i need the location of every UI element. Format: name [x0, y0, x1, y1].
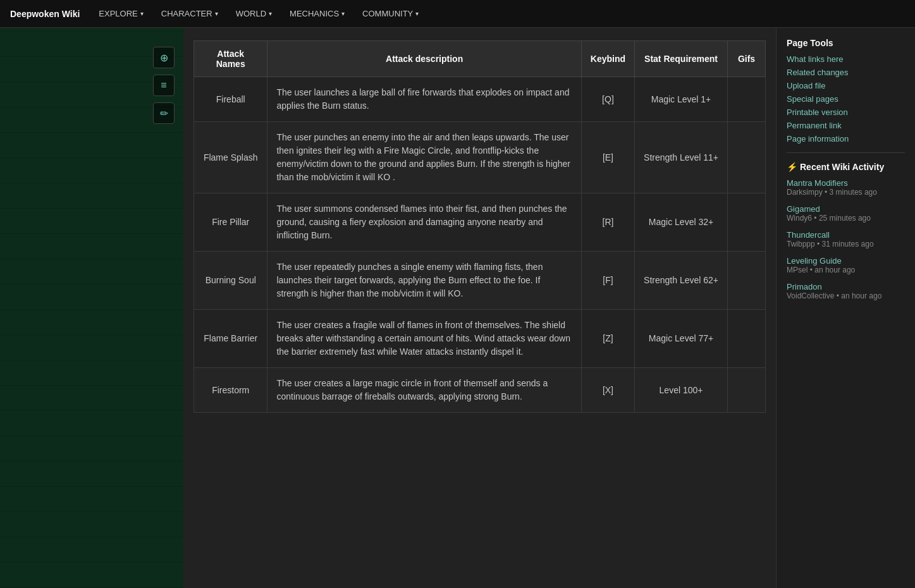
gifs-cell — [727, 77, 765, 122]
attack-name-cell: Firestorm — [194, 368, 267, 413]
page-tools-title: Page Tools — [787, 38, 905, 48]
top-navigation: Deepwoken Wiki EXPLORE ▾ CHARACTER ▾ WOR… — [0, 0, 915, 28]
activity-item: PrimadonVoidCollective • an hour ago — [787, 282, 905, 300]
col-gifs: Gifs — [727, 41, 765, 77]
nav-item-world[interactable]: WORLD ▾ — [230, 0, 278, 28]
activity-link[interactable]: Thundercall — [787, 230, 905, 240]
left-icon-group: ⊕ ≡ ✏ — [153, 47, 175, 124]
keybind-cell: [F] — [581, 252, 634, 310]
table-row: FireballThe user launches a large ball o… — [194, 77, 766, 122]
activity-meta: Windy6 • 25 minutes ago — [787, 214, 905, 223]
right-sidebar: Page Tools What links here Related chang… — [776, 28, 915, 588]
sidebar-link-related-changes[interactable]: Related changes — [787, 68, 905, 77]
sidebar-link-special-pages[interactable]: Special pages — [787, 94, 905, 104]
main-content: Attack Names Attack description Keybind … — [183, 28, 776, 588]
attack-name-cell: Fireball — [194, 77, 267, 122]
gifs-cell — [727, 368, 765, 413]
activity-link[interactable]: Gigamed — [787, 204, 905, 214]
nav-item-character[interactable]: CHARACTER ▾ — [155, 0, 224, 28]
gifs-cell — [727, 193, 765, 252]
table-row: Flame BarrierThe user creates a fragile … — [194, 310, 766, 368]
activity-item: Mantra ModifiersDarksimpy • 3 minutes ag… — [787, 178, 905, 197]
col-stat-requirement: Stat Requirement — [635, 41, 728, 77]
menu-icon[interactable]: ≡ — [153, 75, 175, 96]
nav-item-explore[interactable]: EXPLORE ▾ — [92, 0, 149, 28]
recent-activity-title: ⚡ Recent Wiki Activity — [787, 162, 905, 172]
table-row: Fire PillarThe user summons condensed fl… — [194, 193, 766, 252]
left-panel: ⊕ ≡ ✏ — [0, 28, 183, 588]
chevron-down-icon: ▾ — [215, 10, 218, 17]
nav-item-mechanics[interactable]: MECHANICS ▾ — [283, 0, 351, 28]
stat-requirement-cell: Strength Level 62+ — [635, 252, 728, 310]
sidebar-link-page-information[interactable]: Page information — [787, 134, 905, 144]
activity-item: GigamedWindy6 • 25 minutes ago — [787, 204, 905, 223]
attack-name-cell: Flame Barrier — [194, 310, 267, 368]
stat-requirement-cell: Magic Level 77+ — [635, 310, 728, 368]
keybind-cell: [E] — [581, 122, 634, 193]
gifs-cell — [727, 310, 765, 368]
keybind-cell: [R] — [581, 193, 634, 252]
stat-requirement-cell: Magic Level 1+ — [635, 77, 728, 122]
keybind-cell: [Q] — [581, 77, 634, 122]
attack-description-cell: The user creates a large magic circle in… — [267, 368, 581, 413]
activity-icon: ⚡ — [787, 162, 797, 172]
stat-requirement-cell: Strength Level 11+ — [635, 122, 728, 193]
sidebar-link-what-links-here[interactable]: What links here — [787, 54, 905, 64]
page-wrapper: ⊕ ≡ ✏ Attack Names Attack description Ke… — [0, 0, 915, 588]
attack-name-cell: Fire Pillar — [194, 193, 267, 252]
nav-item-community[interactable]: COMMUNITY ▾ — [356, 0, 425, 28]
activity-meta: VoidCollective • an hour ago — [787, 291, 905, 300]
col-attack-description: Attack description — [267, 41, 581, 77]
activity-list: Mantra ModifiersDarksimpy • 3 minutes ag… — [787, 178, 905, 300]
activity-link[interactable]: Leveling Guide — [787, 256, 905, 266]
sidebar-link-permanent-link[interactable]: Permanent link — [787, 121, 905, 130]
chevron-down-icon: ▾ — [269, 10, 272, 17]
stat-requirement-cell: Magic Level 32+ — [635, 193, 728, 252]
attack-description-cell: The user summons condensed flames into t… — [267, 193, 581, 252]
activity-meta: Darksimpy • 3 minutes ago — [787, 188, 905, 197]
activity-link[interactable]: Mantra Modifiers — [787, 178, 905, 188]
col-keybind: Keybind — [581, 41, 634, 77]
gifs-cell — [727, 122, 765, 193]
site-logo[interactable]: Deepwoken Wiki — [10, 9, 80, 19]
activity-item: ThundercallTwibppp • 31 minutes ago — [787, 230, 905, 248]
gifs-cell — [727, 252, 765, 310]
stat-requirement-cell: Level 100+ — [635, 368, 728, 413]
attack-name-cell: Flame Splash — [194, 122, 267, 193]
chevron-down-icon: ▾ — [140, 10, 144, 17]
table-row: FirestormThe user creates a large magic … — [194, 368, 766, 413]
activity-meta: Twibppp • 31 minutes ago — [787, 240, 905, 248]
sidebar-link-printable-version[interactable]: Printable version — [787, 107, 905, 117]
chevron-down-icon: ▾ — [341, 10, 345, 17]
sidebar-link-upload-file[interactable]: Upload file — [787, 81, 905, 90]
col-attack-names: Attack Names — [194, 41, 267, 77]
attack-description-cell: The user creates a fragile wall of flame… — [267, 310, 581, 368]
table-row: Flame SplashThe user punches an enemy in… — [194, 122, 766, 193]
attack-description-cell: The user launches a large ball of fire f… — [267, 77, 581, 122]
sidebar-divider — [787, 152, 905, 153]
attack-name-cell: Burning Soul — [194, 252, 267, 310]
edit-icon[interactable]: ✏ — [153, 102, 175, 124]
attack-description-cell: The user punches an enemy into the air a… — [267, 122, 581, 193]
activity-meta: MPsel • an hour ago — [787, 266, 905, 274]
keybind-cell: [X] — [581, 368, 634, 413]
table-row: Burning SoulThe user repeatedly punches … — [194, 252, 766, 310]
attack-description-cell: The user repeatedly punches a single ene… — [267, 252, 581, 310]
chevron-down-icon: ▾ — [415, 10, 419, 17]
expand-icon[interactable]: ⊕ — [153, 47, 175, 68]
attack-table: Attack Names Attack description Keybind … — [193, 40, 766, 413]
activity-item: Leveling GuideMPsel • an hour ago — [787, 256, 905, 274]
activity-link[interactable]: Primadon — [787, 282, 905, 291]
keybind-cell: [Z] — [581, 310, 634, 368]
